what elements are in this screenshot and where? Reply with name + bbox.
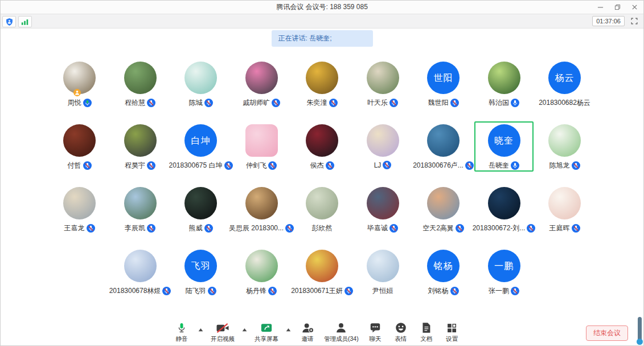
participant-tile[interactable]: 李辰凯 xyxy=(110,182,171,245)
participant-name-row: LJ xyxy=(374,161,392,169)
participant-tile[interactable]: 侯杰 xyxy=(292,120,352,182)
participant-tile[interactable]: 朱奕潼 xyxy=(292,57,352,120)
end-meeting-button[interactable]: 结束会议 xyxy=(586,325,628,341)
participant-tile[interactable]: 毕嘉诚 xyxy=(352,182,413,245)
participant-name: 陈城 xyxy=(189,98,203,108)
bottom-toolbar: 静音开启视频共享屏幕邀请管理成员(34)聊天表情文档设置 结束会议 xyxy=(0,319,644,346)
participant-tile[interactable]: 周悦 xyxy=(49,57,110,120)
meeting-health-shield-icon[interactable] xyxy=(2,16,16,27)
scrollbar-knob[interactable] xyxy=(637,339,643,345)
toolbar-button-camera-off[interactable]: 开启视频 xyxy=(211,321,235,343)
avatar xyxy=(367,250,399,282)
toolbar-button-settings[interactable]: 设置 xyxy=(443,321,461,343)
avatar-initials: 铭杨 xyxy=(434,262,453,271)
avatar xyxy=(63,62,96,94)
participant-tile[interactable]: 杨云 2018300682杨云 xyxy=(534,57,595,120)
participant-tile[interactable]: 尹恒姮 xyxy=(352,245,413,308)
participant-name: 2018300672-刘... xyxy=(473,223,526,233)
participant-name: 叶天乐 xyxy=(367,98,388,108)
mic-status-icon xyxy=(450,99,459,107)
toolbar-button-chat[interactable]: 聊天 xyxy=(366,321,384,343)
mic-status-icon xyxy=(572,161,580,170)
mic-status-icon xyxy=(204,99,213,107)
avatar xyxy=(367,187,399,219)
minimize-icon[interactable] xyxy=(596,3,604,11)
participant-tile[interactable]: 杨丹锋 xyxy=(231,245,292,308)
participant-tile[interactable]: 陈旭龙 xyxy=(534,120,595,182)
participant-tile[interactable]: 王嘉龙 xyxy=(49,182,110,245)
participant-name: 熊威 xyxy=(189,223,203,233)
toolbar-button-members[interactable]: 管理成员(34) xyxy=(324,321,359,343)
participant-tile[interactable]: 世阳 魏世阳 xyxy=(413,57,474,120)
participant-name-row: 2018300675 白坤 xyxy=(169,161,232,170)
close-icon[interactable] xyxy=(630,3,638,11)
participant-tile[interactable]: LJ xyxy=(352,120,413,182)
participant-name: 2018300671王妍 xyxy=(291,286,343,296)
avatar xyxy=(124,187,157,219)
toolbar-button-mic-on[interactable]: 静音 xyxy=(173,321,191,343)
participant-row: 付哲 程昊宇 白坤 2018300675 白坤 xyxy=(49,120,595,182)
network-signal-icon[interactable] xyxy=(18,16,32,27)
participant-name-row: 彭欣然 xyxy=(312,223,333,233)
participant-name-row: 王嘉龙 xyxy=(64,223,95,233)
caret-up-icon[interactable] xyxy=(198,328,203,332)
participant-name-row: 叶天乐 xyxy=(367,98,398,108)
restore-icon[interactable] xyxy=(613,3,621,11)
participant-name-row: 付哲 xyxy=(68,161,92,170)
participant-name: 2018300675 白坤 xyxy=(169,161,222,170)
participant-name: 毕嘉诚 xyxy=(367,223,388,233)
avatar xyxy=(367,124,399,157)
participant-tile[interactable]: 仲剑飞 xyxy=(231,120,292,182)
participant-tile[interactable]: 叶天乐 xyxy=(352,57,413,120)
mic-status-icon xyxy=(389,99,398,107)
toolbar-button-document[interactable]: 文档 xyxy=(417,321,436,343)
participant-tile[interactable]: 白坤 2018300675 白坤 xyxy=(170,120,231,182)
participant-tile[interactable]: 2018300672-刘... xyxy=(474,182,535,245)
caret-up-icon[interactable] xyxy=(286,328,291,332)
participant-tile[interactable]: 彭欣然 xyxy=(292,182,352,245)
participant-tile[interactable]: 陈城 xyxy=(170,57,231,120)
participant-name-row: 2018300671王妍 xyxy=(291,286,353,296)
mic-status-icon xyxy=(450,287,459,295)
caret-up-icon[interactable] xyxy=(242,328,247,332)
avatar xyxy=(488,187,520,219)
participant-name-row: 程拾慧 xyxy=(125,98,155,108)
participant-tile[interactable]: 晓奎 岳晓奎 xyxy=(474,120,535,182)
avatar-initials: 晓奎 xyxy=(494,136,514,145)
participant-tile[interactable]: 飞羽 陆飞羽 xyxy=(170,245,231,308)
participant-row: 王嘉龙 李辰凯 熊威 xyxy=(49,182,595,245)
participant-tile[interactable]: 韩治国 xyxy=(474,57,535,120)
toolbar-button-emoji[interactable]: 表情 xyxy=(392,321,410,343)
participant-name-row: 杨丹锋 xyxy=(246,286,277,296)
participant-tile[interactable]: 铭杨 刘铭杨 xyxy=(413,245,474,308)
mic-status-icon xyxy=(83,99,92,107)
participant-tile[interactable]: 付哲 xyxy=(49,120,110,182)
share-screen-icon xyxy=(260,321,273,334)
fullscreen-icon[interactable] xyxy=(630,17,638,25)
participant-tile[interactable]: 程拾慧 xyxy=(110,57,171,120)
participant-tile[interactable]: 空天2高翼 xyxy=(413,182,474,245)
mic-status-icon xyxy=(268,287,277,295)
participant-name-row: 朱奕潼 xyxy=(307,98,338,108)
participant-name: 王庭晖 xyxy=(549,223,570,233)
participant-tile[interactable]: 王庭晖 xyxy=(534,182,595,245)
participant-tile[interactable]: 吴思辰 2018300... xyxy=(231,182,292,245)
participant-tile[interactable]: 2018300678林煜 xyxy=(110,245,171,308)
mic-status-icon xyxy=(147,224,155,233)
participant-tile[interactable]: 2018300676卢... xyxy=(413,120,474,182)
avatar-initials: 世阳 xyxy=(434,74,453,83)
participant-tile[interactable]: 一鹏 张一鹏 xyxy=(474,245,535,308)
participant-name-row: 2018300672-刘... xyxy=(473,223,536,233)
participant-name: 李辰凯 xyxy=(125,223,145,233)
toolbar-button-share-screen[interactable]: 共享屏幕 xyxy=(255,321,278,343)
participant-tile[interactable]: 熊威 xyxy=(170,182,231,245)
toolbar-button-label: 文档 xyxy=(420,335,432,343)
participant-tile[interactable]: 程昊宇 xyxy=(110,120,171,182)
participant-tile[interactable]: 戚胡师旷 xyxy=(231,57,292,120)
participant-name: 朱奕潼 xyxy=(307,98,327,108)
camera-off-icon xyxy=(216,321,230,334)
toolbar-button-invite[interactable]: 邀请 xyxy=(298,321,317,343)
toolbar-button-label: 静音 xyxy=(176,335,188,343)
participant-tile[interactable]: 2018300671王妍 xyxy=(292,245,352,308)
mic-status-icon xyxy=(147,99,155,107)
